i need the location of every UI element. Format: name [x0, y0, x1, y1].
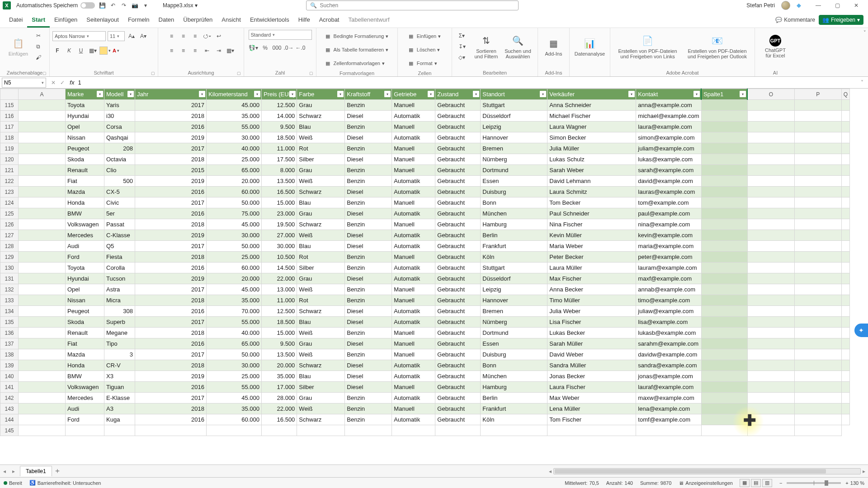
cell-selected[interactable]: [701, 393, 747, 404]
cell[interactable]: [747, 371, 794, 382]
cell[interactable]: Schwarz: [297, 360, 345, 371]
dec-decimal-icon[interactable]: ←.0: [296, 43, 306, 53]
cell[interactable]: Laura Wagner: [547, 122, 636, 132]
page-layout-view-icon[interactable]: ▤: [751, 479, 761, 487]
cell[interactable]: [747, 154, 794, 165]
cell[interactable]: Skoda: [66, 317, 104, 328]
cell[interactable]: Toyota: [66, 263, 104, 273]
cell[interactable]: Ford: [66, 414, 104, 425]
cell[interactable]: 45.000: [207, 100, 262, 111]
cell-selected[interactable]: [701, 143, 747, 154]
cell[interactable]: Manuell: [392, 404, 435, 414]
row-header[interactable]: 121: [0, 165, 19, 176]
cell[interactable]: 25.000: [207, 154, 262, 165]
cell[interactable]: 20.000: [262, 360, 297, 371]
expand-formula-bar-icon[interactable]: ˅: [858, 80, 866, 86]
cell[interactable]: Volkswagen: [66, 382, 104, 393]
cell[interactable]: Automatik: [392, 208, 435, 219]
cell[interactable]: Grau: [297, 273, 345, 284]
number-format-combo[interactable]: Standard▾: [249, 30, 312, 40]
cell[interactable]: Weiß: [297, 404, 345, 414]
cell[interactable]: timo@example.com: [636, 295, 701, 306]
cell[interactable]: 17.500: [262, 154, 297, 165]
cell[interactable]: Lena Müller: [547, 404, 636, 414]
cell[interactable]: [19, 328, 66, 338]
field-header[interactable]: Jahr▾: [135, 89, 207, 100]
cell[interactable]: [841, 132, 849, 143]
cell[interactable]: Gebraucht: [435, 100, 481, 111]
cell[interactable]: [747, 414, 794, 425]
field-header[interactable]: Zustand▾: [435, 89, 481, 100]
cell[interactable]: Opel: [66, 122, 104, 132]
cell[interactable]: Automatik: [392, 393, 435, 404]
cell[interactable]: 2016: [135, 306, 207, 317]
cell[interactable]: 9.500: [262, 338, 297, 349]
cell[interactable]: Automatik: [392, 187, 435, 197]
cell[interactable]: Nürnberg: [481, 317, 547, 328]
cell[interactable]: Benzin: [345, 219, 392, 230]
cell[interactable]: [794, 317, 841, 328]
cell[interactable]: Fiat: [66, 176, 104, 187]
row-header[interactable]: 131: [0, 273, 19, 284]
row-header[interactable]: 118: [0, 132, 19, 143]
row-header[interactable]: 139: [0, 360, 19, 371]
tab-acrobat[interactable]: Acrobat: [315, 13, 344, 28]
row-header[interactable]: 119: [0, 143, 19, 154]
cell[interactable]: Benzin: [345, 349, 392, 360]
cell[interactable]: Benzin: [345, 284, 392, 295]
cell[interactable]: Gebraucht: [435, 122, 481, 132]
cell[interactable]: nina@example.com: [636, 219, 701, 230]
cell[interactable]: Grau: [297, 393, 345, 404]
cell[interactable]: Blau: [297, 241, 345, 252]
cell[interactable]: Diesel: [345, 208, 392, 219]
row-header[interactable]: 136: [0, 328, 19, 338]
document-name[interactable]: Mappe3.xlsx ▾: [163, 2, 198, 9]
cell[interactable]: Stuttgart: [481, 263, 547, 273]
cell[interactable]: [841, 404, 849, 414]
cell[interactable]: [747, 284, 794, 295]
filter-icon[interactable]: ▾: [428, 91, 434, 97]
cell[interactable]: [747, 143, 794, 154]
cell[interactable]: Benzin: [345, 393, 392, 404]
cell[interactable]: Renault: [66, 328, 104, 338]
filter-icon[interactable]: ▾: [693, 91, 700, 97]
addins-button[interactable]: ▦Add-Ins: [542, 30, 566, 63]
cell[interactable]: [841, 284, 849, 295]
cell[interactable]: [794, 338, 841, 349]
cell-selected[interactable]: [701, 100, 747, 111]
cell[interactable]: Diesel: [345, 317, 392, 328]
cell[interactable]: Benzin: [345, 252, 392, 263]
cell[interactable]: 30.000: [207, 360, 262, 371]
cell[interactable]: Weiß: [297, 349, 345, 360]
cell[interactable]: Diesel: [345, 338, 392, 349]
row-header[interactable]: 123: [0, 187, 19, 197]
zoom-control[interactable]: − + 130 %: [779, 480, 864, 486]
cell-selected[interactable]: [701, 328, 747, 338]
cell[interactable]: Gebraucht: [435, 393, 481, 404]
cell[interactable]: [794, 100, 841, 111]
cut-icon[interactable]: ✂: [33, 31, 43, 41]
view-switcher[interactable]: ▦▤▥: [740, 479, 772, 487]
cell[interactable]: Diesel: [345, 154, 392, 165]
cell[interactable]: Köln: [481, 252, 547, 263]
cell-selected[interactable]: [701, 165, 747, 176]
dialog-launcher-icon[interactable]: ▢: [309, 71, 313, 75]
cell[interactable]: [19, 349, 66, 360]
cell[interactable]: Audi: [66, 241, 104, 252]
cell[interactable]: Mazda: [66, 187, 104, 197]
cell[interactable]: München: [481, 371, 547, 382]
cell[interactable]: [841, 263, 849, 273]
data-analysis-button[interactable]: 📊Datenanalyse: [578, 30, 602, 63]
cell[interactable]: 60.000: [207, 414, 262, 425]
cell[interactable]: 2017: [135, 100, 207, 111]
cell[interactable]: Diesel: [345, 132, 392, 143]
cell[interactable]: 2017: [135, 349, 207, 360]
autosum-icon[interactable]: Σ▾: [457, 31, 467, 41]
cell[interactable]: 30.000: [207, 230, 262, 241]
cell[interactable]: BMW: [66, 371, 104, 382]
cell[interactable]: [19, 360, 66, 371]
tab-entwicklertools[interactable]: Entwicklertools: [245, 13, 294, 28]
cell[interactable]: 2018: [135, 360, 207, 371]
cell[interactable]: Gebraucht: [435, 338, 481, 349]
cell[interactable]: 35.000: [207, 295, 262, 306]
